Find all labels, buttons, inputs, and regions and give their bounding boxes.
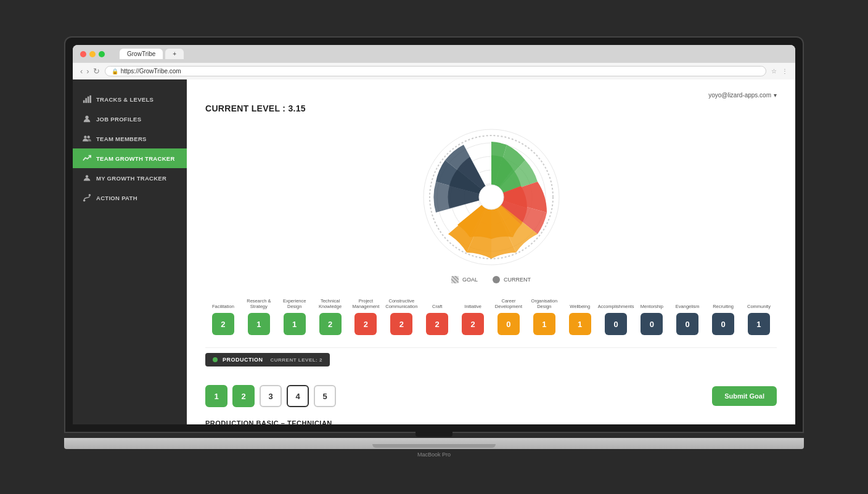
sidebar-item-job-profiles[interactable]: JOB PROFILES (73, 109, 187, 129)
user-menu[interactable]: yoyo@lizard-apps.com ▾ (708, 92, 777, 99)
maximize-button[interactable] (99, 51, 105, 57)
skill-column: Career Development0 (491, 293, 526, 335)
skill-column: Organisation Design1 (526, 293, 562, 335)
skill-label: Project Management (348, 293, 384, 309)
main-content: yoyo@lizard-apps.com ▾ CURRENT LEVEL : 3… (187, 79, 795, 424)
skill-column: Initiative2 (455, 293, 491, 335)
track-level-badge: CURRENT LEVEL: 2 (271, 357, 322, 363)
skill-badge[interactable]: 0 (712, 313, 734, 335)
skill-label: Mentorship (641, 293, 663, 309)
new-tab-button[interactable]: + (165, 49, 184, 59)
address-bar[interactable]: 🔒 https://GrowTribe.com (105, 66, 766, 76)
content-section: PRODUCTION BASIC – TECHNICIAN Memahami c… (205, 419, 777, 424)
svg-rect-2 (88, 97, 89, 103)
radar-chart (417, 123, 565, 271)
skill-column: Recruiting0 (705, 293, 741, 335)
close-button[interactable] (80, 51, 86, 57)
svg-point-10 (89, 194, 91, 196)
level-button[interactable]: 3 (260, 385, 282, 407)
skill-column: Community1 (741, 293, 777, 335)
svg-rect-0 (83, 100, 85, 103)
skill-badge[interactable]: 0 (641, 313, 663, 335)
traffic-lights (80, 51, 105, 57)
skill-badge[interactable]: 1 (569, 313, 591, 335)
svg-point-4 (85, 116, 88, 119)
forward-button[interactable]: › (86, 67, 89, 76)
back-button[interactable]: ‹ (80, 67, 83, 76)
skill-label: Career Development (491, 293, 526, 309)
divider (205, 347, 777, 348)
skill-column: Mentorship0 (634, 293, 669, 335)
skill-label: Initiative (464, 293, 481, 309)
skill-label: Recruiting (713, 293, 734, 309)
level-button[interactable]: 2 (232, 385, 255, 407)
sidebar-item-action-path[interactable]: ACTION PATH (73, 188, 187, 208)
skill-column: Research & Strategy1 (241, 293, 277, 335)
skill-badge[interactable]: 1 (533, 313, 555, 335)
skill-badge[interactable]: 2 (390, 313, 412, 335)
skill-badge[interactable]: 0 (676, 313, 698, 335)
chart-icon (83, 95, 91, 103)
svg-rect-1 (85, 98, 87, 103)
goal-dot (451, 276, 459, 283)
path-icon (83, 193, 91, 202)
track-active-dot (213, 357, 218, 362)
browser-content: TRACKS & LEVELS JOB PROFILES TEAM MEMBER… (73, 79, 795, 424)
radar-svg (417, 123, 565, 271)
extensions-icon[interactable]: ⋮ (782, 68, 788, 75)
sidebar: TRACKS & LEVELS JOB PROFILES TEAM MEMBER… (73, 79, 187, 424)
skill-label: Facilitation (212, 293, 234, 309)
svg-point-8 (86, 177, 88, 179)
track-selector[interactable]: PRODUCTION CURRENT LEVEL: 2 (205, 353, 330, 366)
skill-badge[interactable]: 1 (284, 313, 306, 335)
skill-label: Experience Design (277, 293, 313, 309)
skill-badge[interactable]: 1 (248, 313, 270, 335)
skill-label: Technical Knowledge (313, 293, 348, 309)
skill-badge[interactable]: 2 (319, 313, 342, 335)
reload-button[interactable]: ↻ (93, 67, 100, 76)
skills-table: Facilitation2Research & Strategy1Experie… (205, 293, 777, 335)
skill-column: Accomplishments0 (598, 293, 634, 335)
skill-label: Craft (432, 293, 442, 309)
current-dot (493, 276, 500, 283)
skill-label: Organisation Design (526, 293, 562, 309)
skill-label: Research & Strategy (241, 293, 277, 309)
skill-label: Evangelism (676, 293, 700, 309)
chevron-down-icon: ▾ (774, 92, 777, 99)
top-bar: yoyo@lizard-apps.com ▾ (205, 92, 777, 99)
skill-column: Facilitation2 (205, 293, 241, 335)
skills-section: Facilitation2Research & Strategy1Experie… (205, 293, 777, 335)
skill-badge[interactable]: 0 (605, 313, 627, 335)
group-icon (83, 134, 91, 143)
gear-icon (83, 174, 91, 182)
skill-badge[interactable]: 2 (212, 313, 234, 335)
level-button[interactable]: 5 (314, 385, 336, 407)
laptop-notch (416, 432, 452, 437)
level-button[interactable]: 1 (205, 385, 227, 407)
legend: GOAL CURRENT (451, 276, 531, 283)
skill-column: Evangelism0 (669, 293, 705, 335)
sidebar-item-team-members[interactable]: TEAM MEMBERS (73, 129, 187, 148)
skill-column: Craft2 (419, 293, 455, 335)
sidebar-item-team-growth-tracker[interactable]: TEAM GROWTH TRACKER (73, 148, 187, 168)
section-title: PRODUCTION BASIC – TECHNICIAN (205, 419, 777, 424)
laptop-base (64, 438, 804, 449)
svg-point-5 (84, 136, 86, 138)
skill-badge[interactable]: 2 (462, 313, 484, 335)
level-button[interactable]: 4 (287, 385, 309, 407)
minimize-button[interactable] (89, 51, 96, 57)
skill-column: Constructive Communication2 (383, 293, 419, 335)
skill-badge[interactable]: 1 (748, 313, 770, 335)
active-tab[interactable]: GrowTribe (120, 49, 163, 59)
macbook-label: MacBook Pro (64, 451, 804, 458)
sidebar-item-tracks-levels[interactable]: TRACKS & LEVELS (73, 89, 187, 109)
trending-icon (83, 154, 91, 163)
skill-badge[interactable]: 2 (426, 313, 448, 335)
bookmark-icon[interactable]: ☆ (771, 68, 777, 75)
skill-badge[interactable]: 0 (497, 313, 520, 335)
chart-container: GOAL CURRENT (205, 123, 777, 283)
skill-badge[interactable]: 2 (354, 313, 377, 335)
submit-goal-button[interactable]: Submit Goal (712, 386, 777, 406)
sidebar-item-my-growth-tracker[interactable]: MY GROWTH TRACKER (73, 168, 187, 188)
legend-current: CURRENT (493, 276, 531, 283)
